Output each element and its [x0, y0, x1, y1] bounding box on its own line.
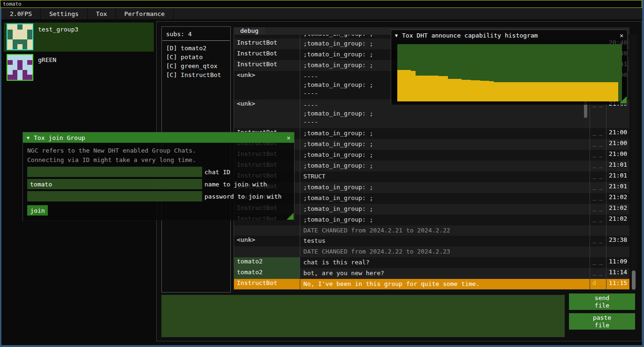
- avatar-pixel: [13, 39, 18, 45]
- send-file-button[interactable]: send file: [569, 293, 635, 310]
- avatar-pixel: [8, 34, 13, 39]
- paste-file-button[interactable]: paste file: [569, 313, 635, 330]
- avatar-pixel: [13, 30, 18, 35]
- message-flags: __: [590, 128, 606, 139]
- member-item[interactable]: [C] InstructBot: [162, 70, 230, 79]
- message-flags: __: [590, 236, 606, 247]
- close-icon[interactable]: ✕: [287, 134, 290, 141]
- resize-grip-icon[interactable]: [287, 213, 294, 220]
- date-row[interactable]: DATE CHANGED from 2024.2.21 to 2024.2.22: [234, 225, 629, 236]
- dht-histogram-plot: [397, 44, 622, 101]
- group-name-label: gREEN: [38, 56, 56, 82]
- histogram-bar: [397, 70, 402, 101]
- avatar-pixel: [8, 24, 13, 30]
- date-changed-label: DATE CHANGED from 2024.2.22 to 2024.2.23: [303, 247, 590, 256]
- time-cell: [606, 247, 629, 257]
- flag-_: _: [599, 236, 603, 247]
- sender-name: InstructBot: [234, 39, 300, 49]
- sender-name-text: InstructBot: [237, 61, 300, 68]
- avatar-pixel: [17, 65, 23, 70]
- message-flags: d_: [590, 279, 606, 290]
- message-flags: __: [590, 161, 606, 171]
- message-time: 11:09: [606, 257, 629, 268]
- avatar-pixel: [23, 75, 28, 80]
- message-row[interactable]: tomato2bot, are you new here?__11:14: [234, 268, 629, 279]
- member-item[interactable]: [D] tomato2: [162, 44, 230, 53]
- message-row[interactable]: tomato2chat is this real?__11:09: [234, 257, 629, 268]
- message-text-content: ;tomato_in_group: ;: [303, 161, 590, 170]
- histogram-bar: [462, 80, 466, 101]
- message-row[interactable]: InstructBotNo, I've been in this group f…: [234, 279, 629, 290]
- message-text: ;tomato_in_group: ;: [300, 193, 590, 204]
- menu-item-performance[interactable]: Performance: [116, 8, 174, 19]
- chat-scrollbar[interactable]: [630, 35, 637, 290]
- avatar-pixel: [27, 60, 32, 65]
- avatar-pixel: [23, 44, 28, 49]
- flag-_: _: [599, 279, 603, 290]
- message-flags: __: [590, 193, 606, 204]
- message-time: 21:01: [606, 161, 629, 171]
- message-time-text: 21:01: [609, 161, 629, 168]
- histogram-bar: [443, 76, 448, 101]
- avatar-pixel: [13, 75, 18, 80]
- histogram-bar: [535, 82, 540, 101]
- join-field-label: password to join with: [205, 193, 281, 200]
- join-button[interactable]: join: [27, 205, 48, 216]
- collapse-icon[interactable]: ▼: [395, 33, 398, 38]
- message-row[interactable]: <unk>testus__23:38: [234, 236, 629, 247]
- resize-grip-icon[interactable]: [620, 96, 627, 103]
- sender-name: <unk>: [234, 236, 300, 247]
- histogram-bar: [614, 82, 618, 101]
- flag-_: _: [599, 172, 603, 182]
- os-window-title: tomato: [3, 1, 22, 7]
- avatar-pixel: [23, 39, 28, 45]
- message-flags: __: [590, 257, 606, 268]
- sidebar-group-gREEN[interactable]: gREEN: [4, 53, 154, 82]
- avatar-pixel: [27, 70, 32, 75]
- member-item[interactable]: [C] potato: [162, 53, 230, 62]
- avatar-pixel: [8, 44, 13, 49]
- avatar-pixel: [27, 34, 32, 39]
- message-time: 21:02: [606, 204, 629, 215]
- tab-debug[interactable]: debug: [234, 27, 265, 35]
- menu-item-tox[interactable]: Tox: [88, 8, 116, 19]
- avatar-pixel: [23, 70, 28, 75]
- message-input[interactable]: [161, 295, 565, 337]
- menu-item-settings[interactable]: Settings: [41, 8, 88, 19]
- histogram-bar: [582, 82, 586, 101]
- sidebar-group-test_group3[interactable]: test_group3: [4, 23, 154, 52]
- flag-_: _: [592, 269, 596, 279]
- message-time-text: 11:09: [609, 258, 629, 265]
- avatar-pixel: [17, 55, 23, 60]
- member-item[interactable]: [C] green_qtox: [162, 62, 230, 70]
- message-text: STRUCT: [300, 171, 590, 182]
- histogram-bar: [420, 76, 425, 101]
- dht-histogram-body: [391, 40, 627, 105]
- flag-_: _: [592, 129, 596, 139]
- chat-scrollbar-thumb[interactable]: [632, 270, 636, 290]
- histogram-bar: [439, 76, 443, 101]
- flag-_: _: [592, 258, 596, 268]
- message-text: ;tomato_in_group: ;: [300, 182, 590, 193]
- join-name-input[interactable]: [27, 179, 202, 189]
- date-row[interactable]: DATE CHANGED from 2024.2.22 to 2024.2.23: [234, 247, 629, 257]
- join-field-row: password to join with: [27, 191, 294, 201]
- close-icon[interactable]: ✕: [620, 32, 623, 39]
- message-time-text: 21:01: [609, 172, 629, 179]
- histogram-bar: [512, 82, 517, 101]
- collapse-icon[interactable]: ▼: [27, 135, 30, 140]
- avatar-pixel: [23, 30, 28, 35]
- join-password-input[interactable]: [27, 191, 202, 201]
- histogram-bar: [568, 82, 572, 101]
- dht-histogram-titlebar[interactable]: ▼ Tox DHT announce capability histogram …: [391, 30, 627, 40]
- message-text: chat is this real?: [300, 257, 590, 268]
- join-group-titlebar[interactable]: ▼ Tox join Group ✕: [23, 132, 294, 143]
- fps-indicator: 2.0FPS: [1, 8, 41, 19]
- histogram-bar: [531, 82, 536, 101]
- chat-id-input[interactable]: [27, 167, 202, 177]
- avatar-pixel: [13, 55, 18, 60]
- group-name-label: test_group3: [38, 26, 78, 52]
- join-group-body: NGC refers to the New DHT enabled Group …: [23, 143, 294, 221]
- avatar-pixel: [8, 75, 13, 80]
- message-time-text: 23:38: [609, 236, 629, 243]
